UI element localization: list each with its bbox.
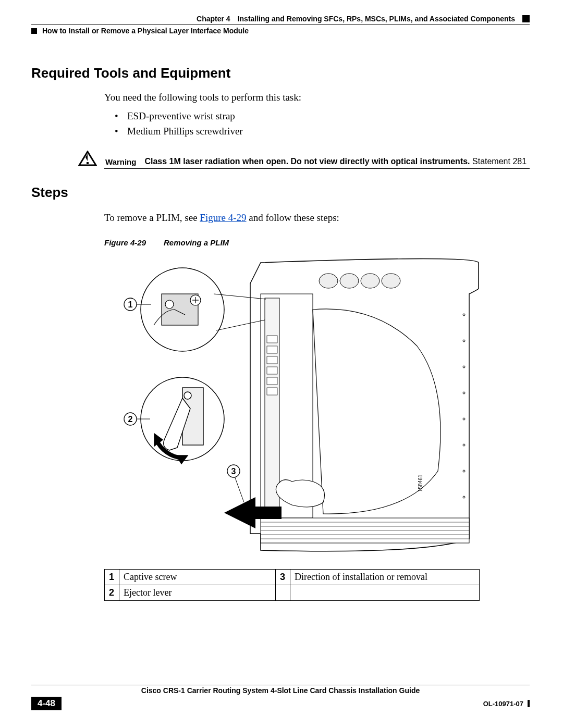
chapter-title: Installing and Removing SFCs, RPs, MSCs,… xyxy=(238,15,515,23)
figure-illustration: 1 2 3 158461 xyxy=(104,252,480,560)
svg-rect-13 xyxy=(265,298,279,515)
doc-id-text: OL-10971-07 xyxy=(483,700,523,708)
list-item: ESD-preventive wrist strap xyxy=(115,108,530,124)
svg-rect-18 xyxy=(267,377,277,385)
header-rule xyxy=(31,24,530,24)
header-end-block-icon xyxy=(522,15,530,22)
art-id: 158461 xyxy=(418,474,423,492)
callout-num: 2 xyxy=(105,585,119,600)
table-row: 1 Captive screw 3 Direction of installat… xyxy=(105,569,480,585)
callout-desc-empty xyxy=(290,585,480,600)
svg-text:3: 3 xyxy=(231,467,236,476)
svg-rect-15 xyxy=(267,346,277,353)
warning-triangle-icon xyxy=(78,151,97,166)
tools-intro-text: You need the following tools to perform … xyxy=(104,91,530,104)
svg-text:1: 1 xyxy=(128,300,133,309)
bullet-square-icon xyxy=(31,28,37,34)
warning-text: Class 1M laser radiation when open. Do n… xyxy=(144,157,530,166)
svg-point-38 xyxy=(184,392,191,399)
svg-rect-17 xyxy=(267,367,277,374)
callout-num-empty xyxy=(276,585,290,600)
page-footer: Cisco CRS-1 Carrier Routing System 4-Slo… xyxy=(31,685,530,710)
svg-point-2 xyxy=(319,274,338,288)
footer-book-title: Cisco CRS-1 Carrier Routing System 4-Slo… xyxy=(31,686,530,695)
section-heading-tools: Required Tools and Equipment xyxy=(31,65,530,81)
section-path: How to Install or Remove a Physical Laye… xyxy=(42,27,249,35)
document-page: Chapter 4 Installing and Removing SFCs, … xyxy=(0,0,563,728)
warning-underline xyxy=(104,168,530,169)
svg-line-48 xyxy=(235,476,244,502)
callout-num: 1 xyxy=(105,569,119,585)
steps-intro-post: and follow these steps: xyxy=(247,212,339,223)
svg-rect-14 xyxy=(267,336,277,343)
svg-point-4 xyxy=(361,274,380,288)
svg-rect-1 xyxy=(87,162,89,164)
steps-intro: To remove a PLIM, see Figure 4-29 and fo… xyxy=(104,212,530,224)
svg-rect-19 xyxy=(267,388,277,395)
warning-bold-text: Class 1M laser radiation when open. Do n… xyxy=(144,157,470,166)
tools-list: ESD-preventive wrist strap Medium Philli… xyxy=(115,108,530,139)
footer-end-bar-icon xyxy=(528,700,530,707)
section-heading-steps: Steps xyxy=(31,184,530,201)
warning-label: Warning xyxy=(105,157,136,166)
steps-intro-pre: To remove a PLIM, see xyxy=(104,212,200,223)
running-subheader: How to Install or Remove a Physical Laye… xyxy=(31,27,530,35)
warning-block: Warning Class 1M laser radiation when op… xyxy=(78,151,530,166)
table-row: 2 Ejector lever xyxy=(105,585,480,600)
figure-reference-link[interactable]: Figure 4-29 xyxy=(200,212,246,223)
chapter-label: Chapter 4 xyxy=(197,15,230,23)
figure-caption: Figure 4-29Removing a PLIM xyxy=(104,238,530,247)
list-item: Medium Phillips screwdriver xyxy=(115,124,530,139)
callout-desc: Direction of installation or removal xyxy=(290,569,480,585)
svg-rect-16 xyxy=(267,356,277,364)
page-number-badge: 4-48 xyxy=(31,697,62,710)
doc-id: OL-10971-07 xyxy=(483,700,530,708)
footer-rule xyxy=(31,685,530,685)
svg-text:2: 2 xyxy=(128,415,133,424)
running-header: Chapter 4 Installing and Removing SFCs, … xyxy=(31,15,530,23)
svg-point-3 xyxy=(340,274,359,288)
callout-desc: Captive screw xyxy=(119,569,276,585)
figure-callout-table: 1 Captive screw 3 Direction of installat… xyxy=(104,569,480,601)
callout-desc: Ejector lever xyxy=(119,585,276,600)
svg-point-5 xyxy=(382,274,400,288)
callout-num: 3 xyxy=(276,569,290,585)
warning-statement-text: Statement 281 xyxy=(470,157,527,166)
figure-number: Figure 4-29 xyxy=(104,238,164,247)
figure-title: Removing a PLIM xyxy=(164,238,229,247)
svg-point-33 xyxy=(165,300,174,309)
